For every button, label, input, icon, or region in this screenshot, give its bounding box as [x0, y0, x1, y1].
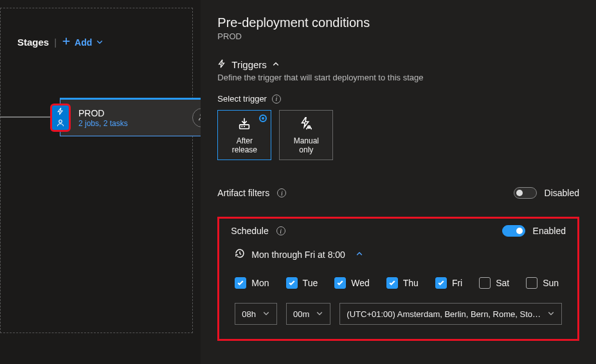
- trigger-option-manual-only[interactable]: Manual only: [279, 110, 333, 160]
- stages-heading: Stages: [17, 37, 49, 48]
- trigger-after-line2: release: [232, 145, 257, 154]
- day-label: Tue: [303, 278, 318, 288]
- schedule-timezone-dropdown[interactable]: (UTC+01:00) Amsterdam, Berlin, Bern, Rom…: [339, 303, 562, 325]
- stage-card-prod[interactable]: PROD 2 jobs, 2 tasks: [60, 98, 203, 136]
- day-label: Sun: [543, 278, 559, 288]
- day-checkbox-wed[interactable]: Wed: [334, 277, 370, 289]
- chevron-down-icon: [96, 37, 104, 48]
- triggers-description: Define the trigger that will start deplo…: [217, 73, 579, 82]
- plus-icon: [62, 37, 71, 48]
- pipeline-connector: [0, 116, 50, 118]
- panel-title: Pre-deployment conditions: [217, 15, 579, 30]
- chevron-down-icon: [262, 309, 270, 319]
- day-checkbox-sat[interactable]: Sat: [479, 277, 509, 289]
- day-label: Wed: [351, 278, 370, 288]
- schedule-item-header[interactable]: Mon through Fri at 8:00: [235, 248, 566, 260]
- trigger-icon: [217, 59, 226, 70]
- panel-subtitle: PROD: [217, 32, 579, 41]
- schedule-days-row: MonTueWedThuFriSatSun: [235, 277, 562, 289]
- artifact-filters-toggle[interactable]: [514, 187, 537, 199]
- checkbox-icon: [435, 277, 447, 289]
- checkbox-icon: [334, 277, 346, 289]
- add-stage-button[interactable]: Add: [62, 37, 104, 48]
- day-checkbox-fri[interactable]: Fri: [435, 277, 462, 289]
- checkbox-icon: [286, 277, 298, 289]
- day-checkbox-mon[interactable]: Mon: [235, 277, 269, 289]
- checkbox-icon: [479, 277, 491, 289]
- schedule-state: Enabled: [533, 226, 566, 236]
- trigger-option-after-release[interactable]: After release: [217, 110, 271, 160]
- day-label: Mon: [251, 278, 269, 288]
- divider: |: [54, 37, 57, 48]
- day-label: Fri: [452, 278, 462, 288]
- day-label: Sat: [496, 278, 509, 288]
- schedule-label: Schedule: [231, 226, 268, 236]
- timezone-value: (UTC+01:00) Amsterdam, Berlin, Bern, Rom…: [347, 309, 541, 319]
- stage-tasks-link[interactable]: 2 jobs, 2 tasks: [78, 119, 128, 128]
- day-checkbox-sun[interactable]: Sun: [526, 277, 559, 289]
- schedule-toggle[interactable]: [502, 225, 525, 237]
- chevron-up-icon: [356, 250, 363, 260]
- day-checkbox-tue[interactable]: Tue: [286, 277, 318, 289]
- schedule-hour-dropdown[interactable]: 08h: [235, 303, 277, 325]
- triggers-title: Triggers: [231, 59, 266, 70]
- stages-panel: Stages | Add: [0, 8, 193, 333]
- select-trigger-label: Select trigger: [217, 94, 267, 104]
- release-icon: [237, 116, 251, 132]
- chevron-up-icon: [272, 59, 280, 70]
- checkbox-icon: [526, 277, 537, 289]
- info-icon[interactable]: i: [276, 226, 285, 235]
- radio-selected-icon: [259, 114, 267, 122]
- chevron-down-icon: [547, 309, 555, 319]
- schedule-section: Schedule i Enabled Mon through Fri at 8:…: [217, 217, 579, 341]
- schedule-minute-dropdown[interactable]: 00m: [286, 303, 330, 325]
- person-icon: [57, 118, 64, 129]
- history-icon: [235, 248, 245, 260]
- schedule-summary: Mon through Fri at 8:00: [251, 250, 345, 260]
- add-label: Add: [75, 37, 92, 48]
- triggers-section-header[interactable]: Triggers: [217, 59, 579, 70]
- trigger-icon: [57, 107, 64, 117]
- checkbox-icon: [386, 277, 398, 289]
- info-icon[interactable]: i: [277, 188, 286, 197]
- day-checkbox-thu[interactable]: Thu: [386, 277, 419, 289]
- stage-name: PROD: [78, 107, 128, 119]
- artifact-filters-label: Artifact filters: [217, 188, 269, 198]
- chevron-down-icon: [316, 309, 323, 319]
- pre-deployment-conditions-button[interactable]: [50, 104, 71, 132]
- trigger-manual-line1: Manual: [294, 136, 319, 145]
- checkbox-icon: [235, 277, 246, 289]
- info-icon[interactable]: i: [272, 95, 281, 104]
- minute-value: 00m: [293, 309, 309, 319]
- hour-value: 08h: [242, 309, 256, 319]
- trigger-manual-line2: only: [294, 145, 319, 154]
- artifact-filters-state: Disabled: [545, 188, 579, 198]
- day-label: Thu: [403, 278, 419, 288]
- svg-point-0: [59, 120, 62, 123]
- manual-trigger-icon: [299, 116, 313, 132]
- trigger-after-line1: After: [232, 136, 257, 145]
